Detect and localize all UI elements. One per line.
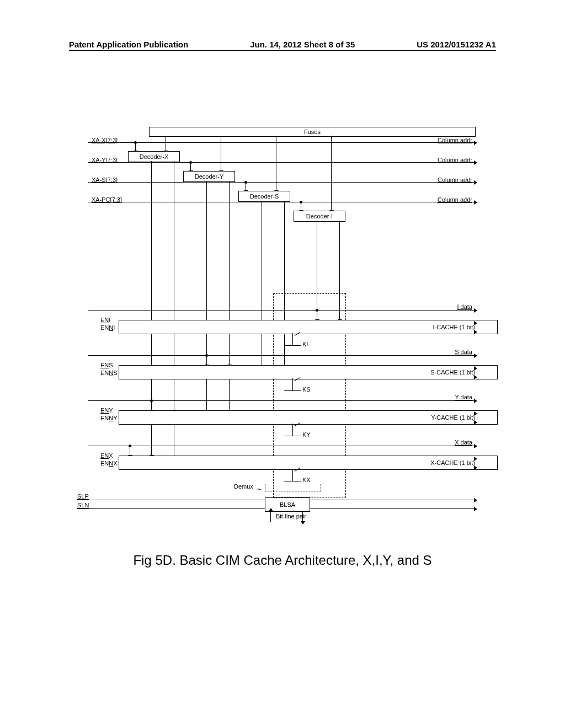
ks-label: KS [302, 386, 311, 393]
v-xapc [301, 202, 301, 211]
x-data-label: X data [455, 439, 472, 446]
header-center: Jun. 14, 2012 Sheet 8 of 35 [250, 40, 355, 49]
arr-i2 [474, 330, 477, 334]
ennx-label: ENNX [100, 460, 118, 467]
demux-label: Demux [234, 483, 253, 490]
v-fuse-i [331, 136, 332, 211]
enni-label: ENNI [100, 324, 115, 331]
s-cache-label: S-CACHE (1 bit) [430, 369, 475, 376]
arrow-col4 [474, 200, 477, 205]
arr-y1 [474, 411, 477, 416]
diagram-container: Fuses XA-X[7:3] Column addr XA-Y[7:3] Co… [88, 127, 475, 535]
xa-x-line [88, 142, 475, 143]
xa-s-label: XA-S[7:3] [92, 176, 118, 183]
v-xas [246, 182, 246, 191]
i-data-label: I data [457, 303, 472, 310]
slp-label: SLP [77, 493, 89, 500]
fuses-box: Fuses [149, 127, 476, 137]
col-addr-1: Column addr [438, 137, 472, 143]
page-header: Patent Application Publication Jun. 14, … [69, 40, 496, 51]
y-data-label: Y data [455, 394, 472, 400]
eny-label: ENY [100, 407, 113, 414]
v-x-cache [130, 446, 130, 456]
header-right: US 2012/0151232 A1 [417, 40, 496, 49]
arr-x2 [474, 465, 477, 470]
v-s-cache [206, 355, 207, 365]
ky-sw-v [292, 424, 293, 436]
decoder-i-box: Decoder-I [294, 211, 345, 222]
arr-i1 [474, 321, 477, 325]
v-fuse-y [221, 136, 221, 171]
s-data-label: S data [455, 349, 472, 355]
col-addr-2: Column addr [438, 157, 472, 163]
v-xax [135, 142, 136, 151]
demux-brace [265, 484, 321, 491]
v-decy-down [206, 181, 207, 415]
enx-label: ENX [100, 452, 113, 459]
decoder-x-box: Decoder-X [128, 151, 180, 162]
arrow-col1 [474, 141, 477, 145]
arr-s2 [474, 375, 477, 379]
s-cache-box: S-CACHE (1 bit) [119, 365, 498, 379]
figure-caption: Fig 5D. Basic CIM Cache Architecture, X,… [0, 553, 565, 568]
ki-label: KI [302, 341, 308, 347]
arrow-col3 [474, 180, 477, 185]
decoder-i-label: Decoder-I [306, 213, 333, 220]
ki-sw-v [292, 333, 293, 345]
col-addr-3: Column addr [438, 176, 472, 183]
kx-sw-h [284, 481, 301, 481]
ky-sw-h [284, 436, 301, 436]
blsa-label: BLSA [280, 501, 295, 508]
v-i-cache [317, 310, 317, 320]
i-cache-box: I-CACHE (1 bit) [119, 320, 498, 334]
v-y-cache [151, 400, 152, 410]
ki-sw-h [284, 345, 301, 346]
v-fuse-x [166, 136, 166, 151]
decoder-s-box: Decoder-S [238, 191, 290, 202]
i-cache-label: I-CACHE (1 bit) [433, 324, 475, 330]
y-cache-box: Y-CACHE (1 bit) [119, 410, 498, 425]
xa-x-label: XA-X[7:3] [92, 137, 118, 143]
ks-sw-h [284, 390, 301, 391]
v-decs-down [262, 201, 262, 368]
ks-sw-v [292, 378, 293, 390]
sln-label: SLN [77, 502, 89, 508]
bitline-up [270, 511, 271, 522]
arr-s1 [474, 366, 477, 371]
xa-s-line [88, 182, 475, 183]
ens-label: ENS [100, 362, 113, 368]
v-fuse-y2 [229, 181, 230, 415]
fuses-label: Fuses [304, 129, 321, 135]
xa-pc-label: XA-PC[7:3] [92, 196, 122, 203]
ky-label: KY [302, 431, 311, 438]
x-cache-label: X-CACHE (1 bit) [430, 459, 475, 466]
s-data-line [88, 355, 475, 356]
enny-label: ENNY [100, 415, 118, 421]
demux-tilde: ~ [257, 485, 261, 494]
decoder-y-box: Decoder-Y [183, 171, 235, 182]
decoder-y-label: Decoder-Y [195, 173, 224, 180]
v-fuse-s [276, 136, 276, 191]
kx-sw-v [292, 469, 293, 481]
xa-pc-line [88, 202, 475, 202]
arrow-col2 [474, 160, 477, 165]
v-x-cache2 [151, 446, 152, 456]
v-y-cache2 [174, 400, 174, 410]
v-i-cache2 [339, 310, 340, 320]
v-xay [190, 162, 191, 171]
decoder-s-label: Decoder-S [250, 193, 279, 200]
y-cache-label: Y-CACHE (1 bit) [431, 414, 475, 421]
header-left: Patent Application Publication [69, 40, 188, 49]
kx-label: KX [302, 477, 311, 483]
arr-x1 [474, 457, 477, 461]
eni-label: ENENII [100, 317, 110, 323]
v-s-cache2 [229, 355, 230, 365]
xa-y-line [88, 162, 475, 163]
i-data-line [88, 310, 475, 311]
xa-y-label: XA-Y[7:3] [92, 157, 118, 163]
x-cache-box: X-CACHE (1 bit) [119, 456, 498, 470]
col-addr-4: Column addr [438, 196, 472, 203]
decoder-x-label: Decoder-X [140, 153, 169, 160]
enns-label: ENNS [100, 370, 118, 376]
x-data-line [88, 446, 475, 446]
